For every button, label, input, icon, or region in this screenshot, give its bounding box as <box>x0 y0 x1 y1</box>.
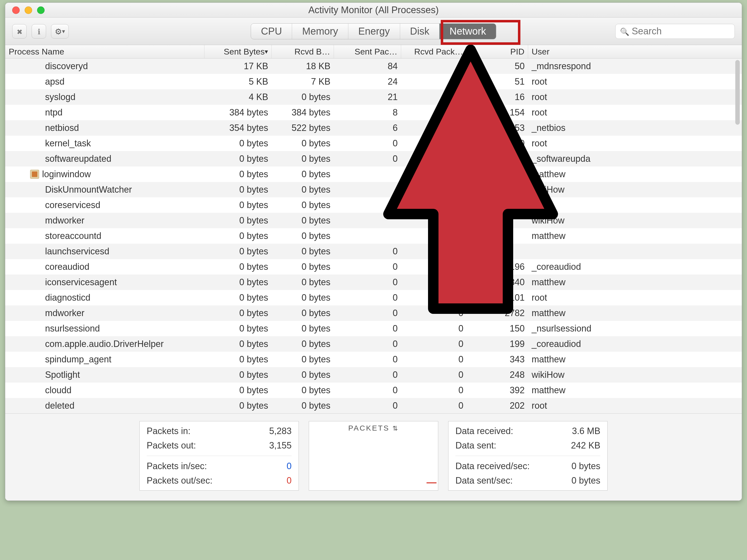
col-process-name[interactable]: Process Name <box>5 45 204 58</box>
sent-packets-cell: 21 <box>334 92 401 102</box>
table-row[interactable]: DiskUnmountWatcher0 bytes0 byteswikiHow <box>5 182 742 197</box>
packets-in-sec-value: 0 <box>240 459 292 473</box>
table-row[interactable]: launchservicesd0 bytes0 bytes00 <box>5 244 742 259</box>
table-row[interactable]: deleted0 bytes0 bytes00202root <box>5 398 742 414</box>
process-name-cell: cloudd <box>5 385 204 396</box>
inspect-process-button[interactable] <box>32 24 46 38</box>
titlebar: Activity Monitor (All Processes) <box>5 3 742 18</box>
rcvd-bytes-cell: 0 bytes <box>272 154 334 164</box>
sent-packets-cell: 0 <box>334 370 401 380</box>
table-row[interactable]: coreaudiod0 bytes0 bytes00196_coreaudiod <box>5 259 742 274</box>
sent-bytes-cell: 0 bytes <box>204 277 272 288</box>
col-user[interactable]: User <box>528 45 742 58</box>
rcvd-bytes-cell: 0 bytes <box>272 277 334 288</box>
data-received-sec-value: 0 bytes <box>549 459 601 473</box>
user-cell: wikiHow <box>528 184 742 195</box>
close-window-button[interactable] <box>12 6 20 14</box>
sent-bytes-cell: 384 bytes <box>204 107 272 118</box>
table-row[interactable]: netbiosd354 bytes522 bytes6153_netbios <box>5 120 742 136</box>
data-received-sec-label: Data received/sec: <box>455 459 549 473</box>
table-row[interactable]: discoveryd17 KB18 KB8450_mdnsrespond <box>5 58 742 74</box>
user-cell: root <box>528 138 742 149</box>
table-row[interactable]: Spotlight0 bytes0 bytes00248wikiHow <box>5 367 742 382</box>
table-row[interactable]: apsd5 KB7 KB2451root <box>5 74 742 89</box>
process-name-cell: syslogd <box>5 92 204 102</box>
minimize-window-button[interactable] <box>25 6 32 14</box>
col-rcvd-bytes[interactable]: Rcvd B… <box>272 45 334 58</box>
packets-panel: Packets in:5,283 Packets out:3,155 Packe… <box>139 421 299 490</box>
col-rcvd-packets[interactable]: Rcvd Pack… <box>401 45 473 58</box>
table-row[interactable]: cloudd0 bytes0 bytes00392matthew <box>5 382 742 398</box>
tab-memory[interactable]: Memory <box>292 24 348 39</box>
process-name-cell: apsd <box>5 76 204 87</box>
process-name-cell: deleted <box>5 400 204 411</box>
table-row[interactable]: mdworker0 bytes0 bytes002782matthew <box>5 305 742 321</box>
process-name: diagnosticd <box>45 292 91 303</box>
process-name-cell: iconservicesagent <box>5 277 204 288</box>
table-row[interactable]: storeaccountd0 bytes0 bytesmatthew <box>5 228 742 244</box>
process-name-cell: storeaccountd <box>5 231 204 241</box>
table-row[interactable]: kernel_task0 bytes0 bytes00root <box>5 136 742 151</box>
process-name: coreaudiod <box>45 262 89 272</box>
rcvd-packets-cell: 0 <box>401 246 473 257</box>
rcvd-packets-cell: 0 <box>401 339 473 349</box>
packets-out-sec-label: Packets out/sec: <box>146 473 240 488</box>
process-name: deleted <box>45 400 74 411</box>
col-sent-bytes[interactable]: Sent Bytes <box>204 45 272 58</box>
table-row[interactable]: syslogd4 KB0 bytes2116root <box>5 89 742 105</box>
zoom-window-button[interactable] <box>37 6 45 14</box>
window-title: Activity Monitor (All Processes) <box>308 5 439 16</box>
sent-bytes-cell: 5 KB <box>204 76 272 87</box>
col-pid[interactable]: PID <box>473 45 528 58</box>
table-row[interactable]: diagnosticd0 bytes0 bytes00101root <box>5 290 742 305</box>
options-menu-button[interactable] <box>51 24 69 38</box>
vertical-scrollbar[interactable] <box>735 60 740 125</box>
sent-bytes-cell: 354 bytes <box>204 123 272 133</box>
user-cell: wikiHow <box>528 215 742 226</box>
search-input[interactable] <box>632 26 742 36</box>
process-name: syslogd <box>45 92 75 102</box>
app-icon <box>30 170 39 179</box>
rcvd-bytes-cell: 0 bytes <box>272 262 334 272</box>
rcvd-bytes-cell: 0 bytes <box>272 200 334 210</box>
sent-bytes-cell: 0 bytes <box>204 385 272 396</box>
process-name-cell: mdworker <box>5 308 204 318</box>
quit-process-button[interactable] <box>12 24 27 38</box>
table-row[interactable]: spindump_agent0 bytes0 bytes00343matthew <box>5 352 742 367</box>
table-row[interactable]: softwareupdated0 bytes0 bytes0_softwareu… <box>5 151 742 166</box>
process-name-cell: softwareupdated <box>5 154 204 164</box>
sent-packets-cell: 0 <box>334 262 401 272</box>
table-row[interactable]: com.apple.audio.DriverHelper0 bytes0 byt… <box>5 336 742 352</box>
pid-cell: 2782 <box>473 308 528 318</box>
tab-energy[interactable]: Energy <box>349 24 400 39</box>
table-row[interactable]: mdworker0 bytes0 byteswikiHow <box>5 213 742 228</box>
table-row[interactable]: loginwindow0 bytes0 bytesmatthew <box>5 166 742 182</box>
tab-cpu[interactable]: CPU <box>251 24 292 39</box>
table-row[interactable]: coreservicesd0 bytes0 bytesroot <box>5 197 742 213</box>
sent-bytes-cell: 0 bytes <box>204 354 272 365</box>
table-row[interactable]: ntpd384 bytes384 bytes8154root <box>5 105 742 120</box>
process-name: spindump_agent <box>45 354 111 365</box>
search-field[interactable] <box>615 24 735 39</box>
table-row[interactable]: iconservicesagent0 bytes0 bytes00340matt… <box>5 274 742 290</box>
rcvd-packets-cell: 0 <box>401 323 473 334</box>
col-sent-packets[interactable]: Sent Pac… <box>334 45 401 58</box>
process-name-cell: coreaudiod <box>5 262 204 272</box>
process-table: discoveryd17 KB18 KB8450_mdnsrespondapsd… <box>5 58 742 414</box>
table-row[interactable]: nsurlsessiond0 bytes0 bytes00150_nsurlse… <box>5 321 742 336</box>
process-name-cell: kernel_task <box>5 138 204 149</box>
rcvd-packets-cell: 0 <box>401 308 473 318</box>
process-name: mdworker <box>45 215 84 226</box>
packets-graph[interactable]: PACKETS <box>309 421 438 490</box>
tab-network[interactable]: Network <box>439 24 496 39</box>
rcvd-bytes-cell: 0 bytes <box>272 370 334 380</box>
tab-disk[interactable]: Disk <box>400 24 440 39</box>
sent-bytes-cell: 0 bytes <box>204 339 272 349</box>
process-name: apsd <box>45 76 65 87</box>
process-name: mdworker <box>45 308 84 318</box>
pid-cell: 196 <box>473 262 528 272</box>
process-name-cell: ntpd <box>5 107 204 118</box>
rcvd-bytes-cell: 0 bytes <box>272 339 334 349</box>
sent-bytes-cell: 0 bytes <box>204 323 272 334</box>
data-panel: Data received:3.6 MB Data sent:242 KB Da… <box>448 421 608 490</box>
